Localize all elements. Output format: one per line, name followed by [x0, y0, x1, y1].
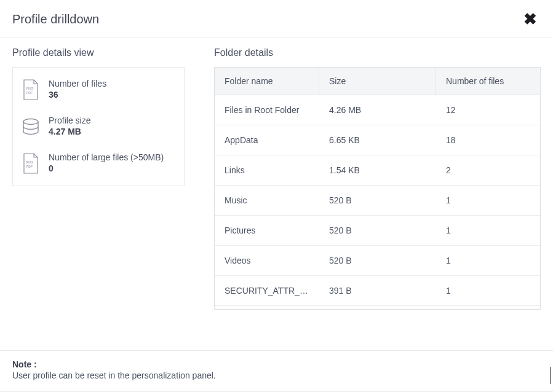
stat-row: PNGPDFNumber of files36	[22, 79, 175, 101]
svg-text:PNG: PNG	[26, 87, 33, 90]
stat-value: 4.27 MB	[49, 127, 90, 136]
folder-table: Folder name Size Number of files Files i…	[214, 67, 541, 310]
cell-size: 6.65 KB	[319, 125, 436, 155]
profile-details-title: Profile details view	[12, 47, 185, 58]
dialog-content: Profile details view PNGPDFNumber of fil…	[0, 37, 553, 310]
cell-number-of-files: 18	[436, 125, 540, 155]
stat-value: 36	[49, 90, 106, 100]
column-folder-name[interactable]: Folder name	[215, 68, 319, 95]
stat-label: Number of large files (>50MB)	[49, 152, 164, 162]
column-number-of-files[interactable]: Number of files	[436, 68, 540, 95]
cell-size: 520 B	[319, 246, 436, 275]
cell-folder-name: Videos	[215, 246, 319, 275]
stat-row: PNGPDFNumber of large files (>50MB)0	[22, 152, 175, 174]
cell-size: 4.26 MB	[319, 95, 436, 125]
cell-folder-name: SECURITY_ATTR_TEMP	[215, 276, 319, 305]
folder-table-header: Folder name Size Number of files	[215, 68, 540, 95]
stat-value: 0	[49, 163, 164, 173]
file-icon: PNGPDF	[22, 152, 40, 174]
close-icon[interactable]: ✖	[520, 11, 541, 27]
table-row[interactable]: Links1.54 KB2	[215, 155, 540, 186]
cell-folder-name: Files in Root Folder	[215, 95, 319, 125]
text-caret	[550, 367, 551, 384]
cell-number-of-files: 1	[436, 246, 540, 275]
table-row[interactable]: SECURITY_ATTR_TEMP391 B1	[215, 276, 540, 306]
table-row[interactable]: AppData6.65 KB18	[215, 125, 540, 155]
profile-details-panel: Profile details view PNGPDFNumber of fil…	[12, 47, 185, 310]
cell-folder-name: Links	[215, 155, 319, 185]
stat-text: Number of large files (>50MB)0	[49, 152, 164, 173]
folder-table-body[interactable]: Files in Root Folder4.26 MB12AppData6.65…	[215, 95, 540, 309]
cell-folder-name: Music	[215, 186, 319, 215]
dialog-title: Profile drilldown	[12, 12, 99, 26]
note-text: User profile can be reset in the persona…	[12, 370, 541, 380]
cell-size: 391 B	[319, 276, 436, 305]
cell-folder-name: AppData	[215, 125, 319, 155]
table-row[interactable]: Pictures520 B1	[215, 216, 540, 246]
cell-size: 520 B	[319, 216, 436, 245]
svg-text:PNG: PNG	[26, 160, 33, 164]
stat-row: Profile size4.27 MB	[22, 116, 175, 138]
cell-number-of-files: 1	[436, 216, 540, 245]
folder-details-title: Folder details	[214, 47, 541, 58]
file-icon: PNGPDF	[22, 79, 40, 101]
stat-label: Profile size	[49, 116, 90, 125]
column-size[interactable]: Size	[319, 68, 436, 95]
disk-icon	[22, 116, 40, 138]
dialog-header: Profile drilldown ✖	[0, 0, 553, 37]
table-row[interactable]: Videos520 B1	[215, 246, 540, 276]
stat-text: Profile size4.27 MB	[49, 116, 90, 136]
stat-label: Number of files	[49, 79, 106, 88]
profile-details-card: PNGPDFNumber of files36Profile size4.27 …	[12, 67, 185, 186]
cell-size: 520 B	[319, 186, 436, 215]
svg-text:PDF: PDF	[26, 165, 33, 168]
cell-number-of-files: 1	[436, 276, 540, 305]
note-label: Note :	[12, 359, 541, 369]
table-row[interactable]: Files in Root Folder4.26 MB12	[215, 95, 540, 125]
cell-size: 1.54 KB	[319, 155, 436, 185]
cell-number-of-files: 1	[436, 186, 540, 215]
cell-number-of-files: 2	[436, 155, 540, 185]
stat-text: Number of files36	[49, 79, 106, 100]
table-row[interactable]: Music520 B1	[215, 186, 540, 216]
cell-folder-name: Pictures	[215, 216, 319, 245]
cell-number-of-files: 12	[436, 95, 540, 125]
dialog-footer: Note : User profile can be reset in the …	[0, 350, 553, 392]
folder-details-panel: Folder details Folder name Size Number o…	[214, 47, 541, 310]
svg-text:PDF: PDF	[26, 91, 33, 95]
svg-point-2	[23, 119, 38, 125]
